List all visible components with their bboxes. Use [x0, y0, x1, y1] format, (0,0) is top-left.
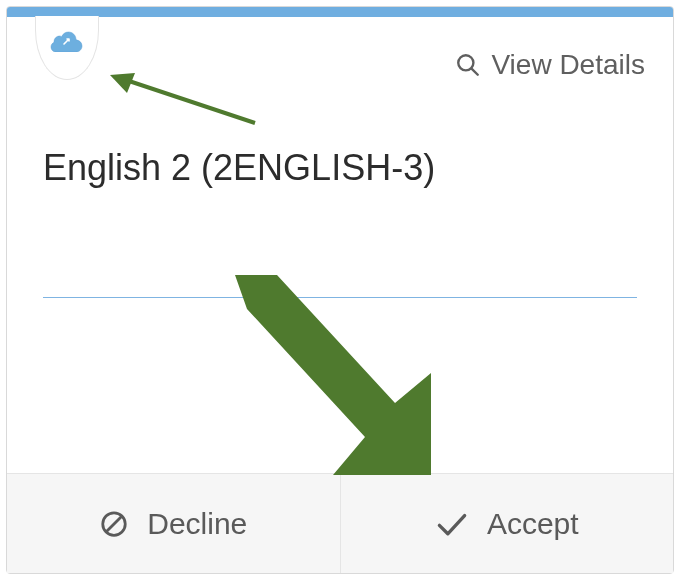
decline-label: Decline	[147, 507, 247, 541]
invitation-card: View Details English 2 (2ENGLISH-3) Decl…	[6, 6, 674, 574]
annotation-arrow-2	[235, 275, 455, 485]
annotation-arrow-1	[105, 67, 265, 133]
action-bar: Decline Accept	[7, 473, 673, 573]
view-details-label: View Details	[491, 49, 645, 81]
svg-line-3	[107, 516, 122, 531]
svg-line-1	[472, 69, 478, 75]
search-icon	[455, 52, 481, 78]
svg-line-4	[123, 79, 255, 123]
cloud-icon	[50, 30, 84, 52]
accept-label: Accept	[487, 507, 579, 541]
divider	[43, 297, 637, 298]
course-title: English 2 (2ENGLISH-3)	[43, 147, 435, 189]
view-details-link[interactable]: View Details	[455, 49, 645, 81]
no-icon	[99, 509, 129, 539]
svg-marker-5	[110, 73, 135, 93]
decline-button[interactable]: Decline	[7, 474, 340, 573]
svg-marker-6	[235, 275, 431, 475]
check-icon	[435, 510, 469, 538]
commons-badge	[35, 16, 99, 80]
card-accent-bar	[7, 7, 673, 17]
accept-button[interactable]: Accept	[340, 474, 674, 573]
